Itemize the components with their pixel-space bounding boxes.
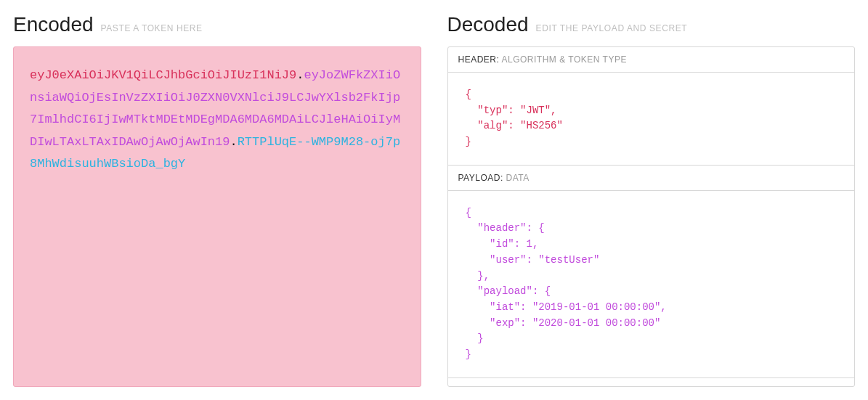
verify-label-text: VERIFY SIGNATURE xyxy=(458,385,548,387)
payload-section-body[interactable]: { "header": { "id": 1, "user": "testUser… xyxy=(448,191,855,378)
token-header-part: eyJ0eXAiOiJKV1QiLCJhbGciOiJIUzI1NiJ9 xyxy=(30,68,296,82)
decoded-subtitle: EDIT THE PAYLOAD AND SECRET xyxy=(536,23,688,33)
verify-signature-label: VERIFY SIGNATURE xyxy=(448,378,855,387)
header-json[interactable]: { "typ": "JWT", "alg": "HS256" } xyxy=(466,87,837,150)
header-section-label: HEADER: ALGORITHM & TOKEN TYPE xyxy=(448,47,855,73)
encoded-token[interactable]: eyJ0eXAiOiJKV1QiLCJhbGciOiJIUzI1NiJ9.eyJ… xyxy=(30,65,405,176)
decoded-column: Decoded EDIT THE PAYLOAD AND SECRET HEAD… xyxy=(434,0,869,400)
main-container: Encoded PASTE A TOKEN HERE eyJ0eXAiOiJKV… xyxy=(0,0,868,400)
header-label-text: HEADER: xyxy=(458,54,500,65)
payload-json[interactable]: { "header": { "id": 1, "user": "testUser… xyxy=(466,205,837,363)
header-section-body[interactable]: { "typ": "JWT", "alg": "HS256" } xyxy=(448,73,855,166)
encoded-column: Encoded PASTE A TOKEN HERE eyJ0eXAiOiJKV… xyxy=(0,0,434,400)
token-dot-2: . xyxy=(230,135,237,149)
encoded-subtitle: PASTE A TOKEN HERE xyxy=(101,23,203,33)
encoded-heading-row: Encoded PASTE A TOKEN HERE xyxy=(13,0,421,46)
payload-section-label: PAYLOAD: DATA xyxy=(448,166,855,191)
encoded-token-box[interactable]: eyJ0eXAiOiJKV1QiLCJhbGciOiJIUzI1NiJ9.eyJ… xyxy=(13,46,421,387)
encoded-title: Encoded xyxy=(13,13,94,36)
header-sublabel-text: ALGORITHM & TOKEN TYPE xyxy=(502,54,627,65)
token-dot-1: . xyxy=(296,68,304,82)
decoded-title: Decoded xyxy=(447,13,529,36)
decoded-stack: HEADER: ALGORITHM & TOKEN TYPE { "typ": … xyxy=(447,46,856,387)
payload-label-text: PAYLOAD: xyxy=(458,173,503,183)
decoded-heading-row: Decoded EDIT THE PAYLOAD AND SECRET xyxy=(447,0,856,46)
payload-sublabel-text: DATA xyxy=(506,173,530,183)
